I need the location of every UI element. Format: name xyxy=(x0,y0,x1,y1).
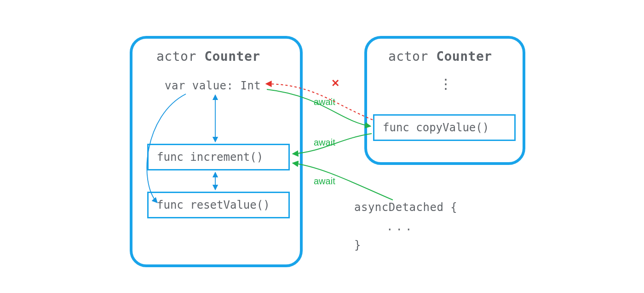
func-increment-box: func increment() xyxy=(147,144,290,170)
cross-mark-icon: ✕ xyxy=(331,77,339,89)
diagram-canvas: actor Counter var value: Int func increm… xyxy=(0,0,644,293)
var-value-line: var value: Int xyxy=(165,79,261,92)
async-detached-line2: ... xyxy=(386,220,414,233)
title-name-r: Counter xyxy=(436,49,492,64)
right-actor-title: actor Counter xyxy=(388,49,492,64)
func-resetvalue-box: func resetValue() xyxy=(147,192,290,218)
title-prefix: actor xyxy=(156,49,204,64)
left-actor-title: actor Counter xyxy=(156,49,260,64)
title-prefix-r: actor xyxy=(388,49,436,64)
func-copyvalue-box: func copyValue() xyxy=(373,114,516,141)
func-increment-label: func increment() xyxy=(157,151,263,164)
await-label-1: await xyxy=(314,97,335,107)
arrow-green-bottom xyxy=(293,163,393,200)
right-ellipsis: ⋮ xyxy=(439,76,453,92)
func-copyvalue-label: func copyValue() xyxy=(383,121,489,134)
await-label-2: await xyxy=(314,137,335,148)
await-label-3: await xyxy=(314,176,335,187)
async-detached-line1: asyncDetached { xyxy=(354,201,457,214)
async-detached-line3: } xyxy=(354,239,361,252)
title-name: Counter xyxy=(204,49,260,64)
func-resetvalue-label: func resetValue() xyxy=(157,199,270,211)
